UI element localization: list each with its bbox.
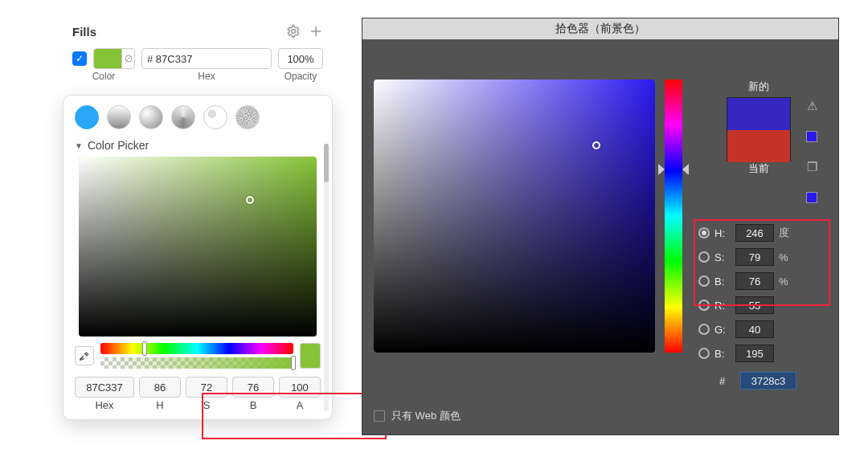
s-value-input[interactable]: 72 <box>186 377 227 398</box>
web-only-label: 只有 Web 颜色 <box>391 409 461 423</box>
hue-slider[interactable] <box>100 343 293 354</box>
ps-new-current: 新的 当前 ⚠ ❒ <box>700 80 817 179</box>
svg-point-0 <box>292 30 296 34</box>
fill-mode-row <box>72 104 324 137</box>
ps-title: 拾色器（前景色） <box>555 22 645 36</box>
alpha-slider[interactable] <box>100 357 293 369</box>
result-swatch <box>300 343 321 369</box>
sketch-fills-panel: Fills ✓ # 87C337 100% Color Hex Opacity <box>63 18 333 88</box>
fills-header: Fills <box>63 18 333 45</box>
mode-solid-icon[interactable] <box>75 105 99 129</box>
value-row: 87C337 86 72 76 100 <box>72 377 324 398</box>
s-label: S <box>186 399 227 411</box>
mode-linear-gradient-icon[interactable] <box>107 105 131 129</box>
new-current-swatch[interactable] <box>727 97 791 161</box>
label-g: G: <box>714 324 731 336</box>
radio-s[interactable] <box>698 251 710 263</box>
unit-b: % <box>779 275 793 288</box>
label-h: H: <box>714 227 731 239</box>
new-label: 新的 <box>700 80 817 94</box>
value-b[interactable]: 76 <box>735 272 774 290</box>
ps-row-h: H: 246 度 <box>698 224 827 242</box>
ps-titlebar[interactable]: 拾色器（前景色） <box>362 18 838 39</box>
ps-row-r: R: 55 <box>698 296 827 314</box>
blend-icon[interactable] <box>121 49 134 68</box>
color-picker-title: Color Picker <box>88 139 149 152</box>
ps-row-b: B: 76 % <box>698 272 827 290</box>
mode-noise-icon[interactable] <box>235 105 260 129</box>
ps-hex-input[interactable]: 3728c3 <box>740 372 796 390</box>
radio-g[interactable] <box>698 324 710 335</box>
b-label: B <box>232 399 274 411</box>
photoshop-color-picker: 拾色器（前景色） 新的 当前 ⚠ ❒ H: <box>362 18 839 435</box>
mode-image-icon[interactable] <box>203 105 227 129</box>
ps-sb-cursor[interactable] <box>592 141 600 149</box>
label-b: B: <box>714 275 731 288</box>
color-picker-header[interactable]: ▼ Color Picker <box>72 137 324 157</box>
ps-hue-column[interactable] <box>665 80 682 353</box>
current-color-swatch <box>727 130 790 162</box>
color-picker-popover: ▼ Color Picker 87C337 86 72 76 100 Hex H… <box>63 95 333 420</box>
new-color-swatch <box>727 98 790 130</box>
a-value-input[interactable]: 100 <box>279 377 321 398</box>
unit-h: 度 <box>779 226 793 240</box>
popover-scrollbar[interactable] <box>324 144 329 411</box>
value-s[interactable]: 79 <box>735 248 774 266</box>
cube-icon[interactable]: ❒ <box>807 160 817 174</box>
plus-icon[interactable] <box>309 24 323 39</box>
watermark: AAA教育 <box>810 445 862 462</box>
radio-b2[interactable] <box>698 348 710 359</box>
warning-swatch-1[interactable] <box>806 131 817 142</box>
fill-enabled-checkbox[interactable]: ✓ <box>72 51 87 66</box>
radio-h[interactable] <box>698 227 710 239</box>
a-label: A <box>279 399 321 411</box>
label-hex: Hex <box>135 71 278 82</box>
value-g[interactable]: 40 <box>735 320 774 338</box>
label-b2: B: <box>714 348 731 360</box>
fill-hex-input[interactable]: # 87C337 <box>141 48 272 69</box>
value-r[interactable]: 55 <box>735 296 774 314</box>
label-color: Color <box>72 71 135 82</box>
ps-sb-field[interactable] <box>374 80 655 353</box>
web-only-checkbox[interactable]: 只有 Web 颜色 <box>374 409 461 423</box>
ps-inputs: H: 246 度 S: 79 % B: 76 % R: 55 <box>698 224 827 390</box>
disclosure-triangle-icon[interactable]: ▼ <box>75 141 83 150</box>
h-label: H <box>139 399 181 411</box>
mode-radial-gradient-icon[interactable] <box>139 105 163 129</box>
b-value-input[interactable]: 76 <box>232 377 274 398</box>
current-label: 当前 <box>700 161 817 176</box>
label-r: R: <box>714 300 731 312</box>
hue-arrow-right-icon <box>682 164 689 175</box>
fills-title: Fills <box>72 25 96 39</box>
hex-value-input[interactable]: 87C337 <box>75 377 134 398</box>
warning-swatch-2[interactable] <box>806 192 817 203</box>
hex-label: Hex <box>75 399 134 411</box>
label-s: S: <box>714 251 731 263</box>
sb-cursor[interactable] <box>246 196 254 204</box>
label-opacity: Opacity <box>278 71 323 82</box>
fill-swatch-button[interactable] <box>93 48 135 69</box>
ps-row-s: S: 79 % <box>698 248 827 266</box>
eyedropper-button[interactable] <box>75 346 94 365</box>
ps-hex-row: # 3728c3 <box>698 372 827 390</box>
radio-b[interactable] <box>698 275 710 287</box>
gear-icon[interactable] <box>286 24 301 39</box>
value-b2[interactable]: 195 <box>735 345 774 362</box>
ps-row-b2: B: 195 <box>698 345 827 362</box>
mode-angular-gradient-icon[interactable] <box>171 105 195 129</box>
fill-opacity-input[interactable]: 100% <box>278 48 323 69</box>
checkbox-icon[interactable] <box>374 410 385 422</box>
unit-s: % <box>779 251 793 263</box>
fill-row-labels: Color Hex Opacity <box>63 69 333 88</box>
hue-arrow-left-icon <box>658 164 665 175</box>
value-h[interactable]: 246 <box>735 224 774 242</box>
hex-prefix: # <box>719 375 735 387</box>
saturation-brightness-field[interactable] <box>79 157 317 337</box>
h-value-input[interactable]: 86 <box>139 377 181 398</box>
ps-row-g: G: 40 <box>698 320 827 338</box>
gamut-warning-icon[interactable]: ⚠ <box>807 99 817 113</box>
fill-swatch-color <box>94 49 121 68</box>
fill-row: ✓ # 87C337 100% <box>63 45 333 69</box>
radio-r[interactable] <box>698 300 710 311</box>
